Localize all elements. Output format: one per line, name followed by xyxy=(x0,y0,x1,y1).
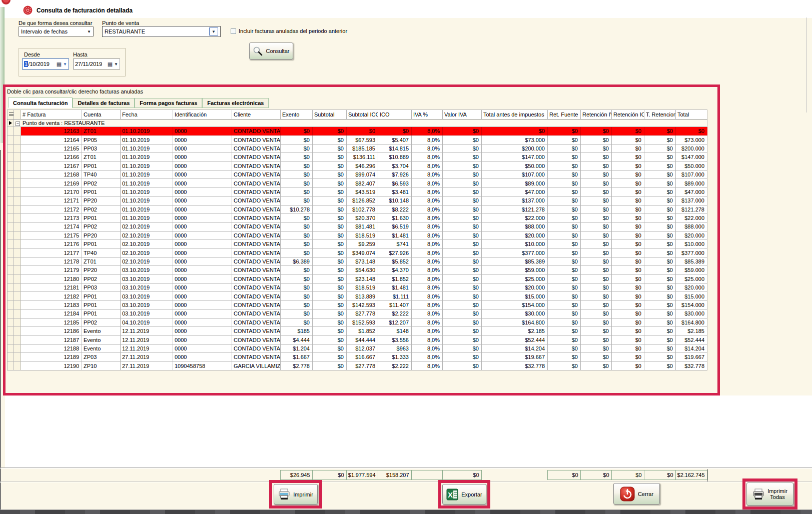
date-to-input[interactable]: 27/11/2019 ▦ ▼ xyxy=(73,58,120,70)
total-retencion-iva: $0 xyxy=(580,470,611,480)
total-general: $2.162.745 xyxy=(675,470,707,480)
table-row[interactable]: 12178ZT0102.10.20190000CONTADO VENTAS$6.… xyxy=(8,257,707,266)
tab-3[interactable]: Facturas electrónicas xyxy=(202,98,269,108)
collapse-icon[interactable]: − xyxy=(16,122,20,126)
table-row[interactable]: 12166ZT0101.10.20190000CONTADO VENTAS$0$… xyxy=(8,153,707,162)
pos-label: Punto de venta xyxy=(102,20,139,26)
table-row[interactable]: 12189ZP0327.11.20190000CONTADO VENTAS$1.… xyxy=(8,353,707,362)
col-header-cuenta[interactable]: Cuenta xyxy=(82,110,121,120)
chevron-down-icon[interactable]: ▼ xyxy=(63,62,67,66)
date-to-label: Hasta xyxy=(73,52,88,58)
printer-icon xyxy=(752,488,764,500)
invoice-table: # Factura Cuenta Fecha Identificación Cl… xyxy=(7,110,707,370)
chevron-down-icon[interactable]: ▼ xyxy=(114,62,118,66)
col-header-ret-fuente[interactable]: Ret. Fuente xyxy=(548,110,581,120)
total-exento: $26.945 xyxy=(280,470,312,480)
tab-0[interactable]: Consulta facturación xyxy=(8,98,73,108)
table-row[interactable]: 12177TP4002.10.20190000CONTADO VENTAS$0$… xyxy=(8,248,707,257)
query-mode-label: De que forma desea consultar xyxy=(19,20,92,26)
col-header-identificacion[interactable]: Identificación xyxy=(173,110,232,120)
col-header-valor-iva[interactable]: Valor IVA xyxy=(443,110,482,120)
col-header-fecha[interactable]: Fecha xyxy=(121,110,173,120)
invoice-rows: −Punto de venta : RESTAURANTE 12163ZT010… xyxy=(8,120,707,370)
window-title-bar: Consulta de facturación detallada xyxy=(23,6,133,15)
col-header-t-retencion[interactable]: T. Retencion xyxy=(644,110,676,120)
grid-hint-text: Doble clic para consultar/clic derecho f… xyxy=(7,88,143,94)
col-header-total-antes[interactable]: Total antes de impuestos xyxy=(482,110,548,120)
table-row[interactable]: 12163ZT0101.10.20190000CONTADO VENTAS$0$… xyxy=(8,127,707,136)
table-row[interactable]: 12169PP0201.10.20190000CONTADO VENTAS$0$… xyxy=(8,179,707,188)
table-row[interactable]: 12165PP0301.10.20190000CONTADO VENTAS$0$… xyxy=(8,144,707,152)
chevron-down-icon[interactable]: ▼ xyxy=(209,28,218,36)
table-row[interactable]: 12175PP2002.10.20190000CONTADO VENTAS$0$… xyxy=(8,231,707,240)
background-window-border xyxy=(0,150,1,510)
tab-1[interactable]: Detalles de facturas xyxy=(73,98,135,108)
col-header-cliente[interactable]: Cliente xyxy=(232,110,281,120)
table-row[interactable]: 12183PP0103.10.20190000CONTADO VENTAS$0$… xyxy=(8,300,707,309)
table-row[interactable]: 12180PP0203.10.20190000CONTADO VENTAS$0$… xyxy=(8,274,707,283)
totals-row: $26.945 $0 $1.977.594 $158.207 $0 $0 $0 … xyxy=(7,470,707,480)
col-header-subtotal[interactable]: Subtotal xyxy=(313,110,347,120)
table-row[interactable]: 12164PP0501.10.20190000CONTADO VENTAS$0$… xyxy=(8,136,707,144)
table-row[interactable]: 12186Evento12.11.20190000CONTADO VENTAS$… xyxy=(8,326,707,335)
include-voided-checkbox[interactable] xyxy=(231,28,236,34)
calendar-icon[interactable]: ▦ xyxy=(57,62,62,67)
excel-icon: X xyxy=(446,488,458,500)
table-row[interactable]: 12190ZP1027.11.20191090458758GARCIA VILL… xyxy=(8,362,707,370)
close-button[interactable]: Cerrar xyxy=(613,483,660,504)
total-ico: $158.207 xyxy=(378,470,411,480)
row-menu-header xyxy=(8,110,14,120)
export-button[interactable]: X Exportar xyxy=(442,484,486,504)
consult-button[interactable]: Consultar xyxy=(249,42,293,60)
table-row[interactable]: 12181PP0303.10.20190000CONTADO VENTAS$0$… xyxy=(8,284,707,292)
print-all-button[interactable]: ImprimirTodas xyxy=(746,482,793,506)
app-logo-icon xyxy=(23,6,33,15)
menu-icon xyxy=(9,112,14,116)
print-button[interactable]: Imprimir xyxy=(274,484,318,504)
total-ret-fuente: $0 xyxy=(547,470,580,480)
separator-line xyxy=(0,468,812,468)
tab-2[interactable]: Forma pagos facturas xyxy=(135,98,202,108)
col-header-factura[interactable]: # Factura xyxy=(21,110,82,120)
totals-end-line xyxy=(707,469,708,482)
table-row[interactable]: 12172PP0201.10.20190000CONTADO VENTAS$10… xyxy=(8,205,707,214)
table-row[interactable]: 12173PP0101.10.20190000CONTADO VENTAS$0$… xyxy=(8,214,707,222)
query-mode-select[interactable]: Intervalo de fechas ▼ xyxy=(19,26,94,36)
col-header-subtotal-icc[interactable]: Subtotal ICC xyxy=(347,110,378,120)
printer-icon xyxy=(278,488,290,500)
chevron-down-icon: ▼ xyxy=(87,30,91,34)
background-window-edge xyxy=(0,7,5,143)
col-header-total[interactable]: Total xyxy=(676,110,707,120)
col-header-retencion-ica[interactable]: Retención IC xyxy=(612,110,644,120)
table-row[interactable]: 12184PP0103.10.20190000CONTADO VENTAS$0$… xyxy=(8,310,707,318)
table-row[interactable]: 12179PP2003.10.20190000CONTADO VENTAS$0$… xyxy=(8,266,707,274)
table-row[interactable]: 12171PP2001.10.20190000CONTADO VENTAS$0$… xyxy=(8,196,707,205)
include-voided-label: Incluir facturas anuladas del periodo an… xyxy=(239,28,347,34)
table-row[interactable]: 12168TP4001.10.20190000CONTADO VENTAS$0$… xyxy=(8,170,707,178)
tabs: Consulta facturaciónDetalles de facturas… xyxy=(8,98,269,108)
table-row[interactable]: 12170PP0101.10.20190000CONTADO VENTAS$0$… xyxy=(8,188,707,196)
window-title: Consulta de facturación detallada xyxy=(37,7,133,14)
billing-query-window: Consulta de facturación detallada De que… xyxy=(0,0,812,514)
table-row[interactable]: 12174PP0202.10.20190000CONTADO VENTAS$0$… xyxy=(8,222,707,231)
total-subtotal-icc: $1.977.594 xyxy=(346,470,378,480)
table-row[interactable]: 12182PP0103.10.20190000CONTADO VENTAS$0$… xyxy=(8,292,707,300)
table-row[interactable]: 12185PP0204.10.20190000CONTADO VENTAS$0$… xyxy=(8,318,707,326)
group-row[interactable]: −Punto de venta : RESTAURANTE xyxy=(8,120,707,127)
total-valor-iva: $0 xyxy=(442,470,481,480)
table-row[interactable]: 12167PP0101.10.20190000CONTADO VENTAS$0$… xyxy=(8,162,707,170)
svg-text:X: X xyxy=(448,490,453,499)
table-row[interactable]: 12176PP0102.10.20190000CONTADO VENTAS$0$… xyxy=(8,240,707,248)
col-header-retencion-iva[interactable]: Retención IV xyxy=(581,110,612,120)
col-header-ico[interactable]: ICO xyxy=(378,110,412,120)
row-indicator-icon xyxy=(9,121,12,125)
table-row[interactable]: 12187Evento12.11.20190000CONTADO VENTAS$… xyxy=(8,336,707,344)
col-header-iva-pct[interactable]: IVA % xyxy=(412,110,443,120)
col-header-exento[interactable]: Exento xyxy=(281,110,313,120)
total-t-retencion: $0 xyxy=(644,470,675,480)
table-row[interactable]: 12188Evento12.11.20190000CONTADO VENTAS$… xyxy=(8,344,707,352)
calendar-icon[interactable]: ▦ xyxy=(108,62,113,67)
pos-select[interactable]: RESTAURANTE ▼ xyxy=(102,26,221,37)
total-retencion-ica: $0 xyxy=(611,470,644,480)
date-from-input[interactable]: 1/10/2019 ▦ ▼ xyxy=(22,58,69,70)
